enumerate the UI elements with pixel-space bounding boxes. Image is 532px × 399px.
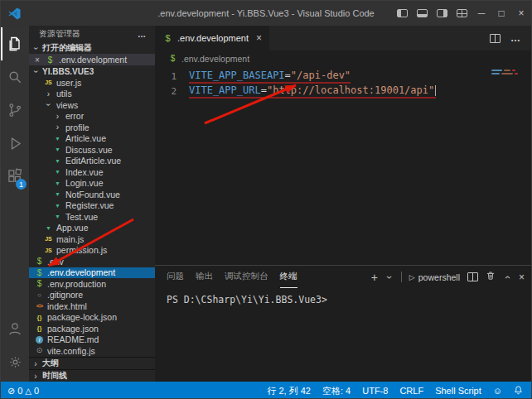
tree-item-index-vue[interactable]: ▼Index.vue [29,166,155,178]
chevron-right-icon: › [52,111,63,122]
git-file-icon: ○ [34,290,45,300]
timeline-section-header[interactable]: › 时间线 [29,369,155,382]
timeline-label: 时间线 [42,370,67,382]
tree-item-test-vue[interactable]: ▼Test.vue [29,211,155,223]
status-item-4[interactable]: 空格: 4 [322,385,351,397]
search-icon[interactable] [1,60,29,94]
tree-item-label: README.md [47,334,99,344]
status-item-crlf[interactable]: CRLF [399,386,423,396]
tree-item-label: Test.vue [65,212,98,222]
open-editor-item[interactable]: × $ .env.development [29,54,155,65]
run-debug-icon[interactable] [1,127,29,160]
tree-item-permission-js[interactable]: JSpermission.js [29,245,155,257]
tree-item-package-lock-json[interactable]: {}package-lock.json [29,312,155,324]
status-bar: ⊘ 0 △ 0 行 2, 列 42空格: 4UTF-8CRLFShell Scr… [1,382,531,399]
tree-item-login-vue[interactable]: ▼Login.vue [29,178,155,190]
close-panel-icon[interactable]: × [519,272,525,283]
panel-tab-[interactable]: 调试控制台 [225,266,268,288]
tree-item-env[interactable]: $.env [29,256,155,267]
extensions-icon[interactable]: 1 [1,160,29,193]
line-content: VITE_APP_BASEAPI="/api-dev" [189,70,351,84]
tree-item-env-development[interactable]: $.env.development [29,267,155,279]
source-control-icon[interactable] [1,94,29,127]
tree-item-notfound-vue[interactable]: ▼NotFound.vue [29,189,155,200]
tree-item-index-html[interactable]: <>index.html [29,300,155,312]
tree-item-error[interactable]: ›error [29,111,155,123]
close-button[interactable]: × [511,1,531,26]
tree-item-views[interactable]: ›views [29,99,155,111]
explorer-icon[interactable] [1,27,29,60]
tree-item-app-vue[interactable]: ▼App.vue [29,223,155,234]
activity-bar: 1 [1,26,29,382]
maximize-button[interactable]: □ [491,1,511,26]
open-editors-label: 打开的编辑器 [42,42,92,54]
toggle-sidebar-icon[interactable] [392,1,412,26]
project-root-header[interactable]: › YI.BBS.VUE3 [29,65,155,77]
tree-item-editarticle-vue[interactable]: ▼EditArticle.vue [29,156,155,167]
js-file-icon: JS [43,233,54,244]
bottom-panel: 问题输出调试控制台终端 + › ▷ powershell › [155,265,531,382]
close-icon[interactable]: × [35,55,41,65]
breadcrumb[interactable]: $ .env.development [155,50,531,66]
status-item-2-42[interactable]: 行 2, 列 42 [267,385,311,397]
new-terminal-icon[interactable]: + [371,271,378,284]
sidebar-title: 资源管理器 [39,28,80,40]
editor-area: $ .env.development × … $ .env.developmen… [155,26,531,382]
error-count: 0 [17,386,22,396]
problems-status[interactable]: ⊘ 0 △ 0 [7,386,39,397]
tree-item-label: Index.vue [65,167,104,177]
account-icon[interactable] [1,312,29,345]
tree-item-label: package.json [47,324,99,334]
open-editors-header[interactable]: › 打开的编辑器 [29,42,155,54]
terminal-output[interactable]: PS D:\CSharp\Yi\Yi.BBS.Vue3> [155,288,531,305]
tree-item-label: .env.development [47,267,115,277]
toggle-secondary-sidebar-icon[interactable] [432,1,452,26]
sidebar-more-actions-icon[interactable]: … [138,30,147,39]
tree-item-discuss-vue[interactable]: ▼Discuss.vue [29,144,155,156]
tree-item-env-production[interactable]: $.env.production [29,278,155,290]
feedback-smiley-icon[interactable]: ☺ [493,386,502,396]
tree-item-register-vue[interactable]: ▼Register.vue [29,200,155,212]
terminal-instance-powershell[interactable]: ▷ powershell [409,272,460,282]
settings-gear-icon[interactable] [1,345,29,378]
tree-item-gitignore[interactable]: ○.gitignore [29,290,155,301]
maximize-panel-icon[interactable]: › [501,273,513,281]
notifications-bell-icon[interactable] [514,385,523,397]
vue-file-icon: ▼ [52,144,63,155]
outline-section-header[interactable]: › 大纲 [29,357,155,369]
sidebar-bottom-sections: › 大纲 › 时间线 [29,357,155,382]
status-item-shell-script[interactable]: Shell Script [435,386,481,396]
code-editor[interactable]: 1VITE_APP_BASEAPI="/api-dev"2VITE_APP_UR… [155,66,531,265]
tree-item-user-js[interactable]: JSuser.js [29,77,155,89]
tab-close-icon[interactable]: × [256,32,262,44]
terminal-dropdown-icon[interactable]: › [384,273,395,281]
tree-item-package-json[interactable]: {}package.json [29,323,155,334]
vue-file-icon: ▼ [43,223,54,233]
panel-tab-[interactable]: 终端 [280,266,297,288]
panel-tab-[interactable]: 问题 [167,266,184,288]
editor-more-actions-icon[interactable]: … [510,32,521,44]
customize-layout-icon[interactable] [452,1,472,26]
open-editor-label: .env.development [59,55,127,65]
status-item-utf-8[interactable]: UTF-8 [362,386,388,396]
code-line-2[interactable]: 2VITE_APP_URL="http://localhost:19001/ap… [155,84,531,99]
vscode-logo-icon [8,7,21,20]
panel-tab-[interactable]: 输出 [196,266,213,288]
code-line-1[interactable]: 1VITE_APP_BASEAPI="/api-dev" [155,69,531,84]
minimize-button[interactable]: ─ [472,1,491,26]
split-editor-icon[interactable] [490,34,501,43]
line-content: VITE_APP_URL="http://localhost:19001/api… [189,84,436,99]
tab-env-development[interactable]: $ .env.development × [155,26,269,50]
tree-item-profile[interactable]: ›profile [29,122,155,133]
tree-item-utils[interactable]: ›utils [29,89,155,100]
config-file-icon: ⊙ [34,345,45,356]
tree-item-article-vue[interactable]: ▼Article.vue [29,133,155,145]
env-file-icon: $ [34,267,45,278]
json-file-icon: {} [34,323,45,334]
kill-terminal-icon[interactable] [486,271,496,283]
toggle-panel-icon[interactable] [412,1,432,26]
tree-item-vite-config-js[interactable]: ⊙vite.config.js [29,345,155,357]
tree-item-main-js[interactable]: JSmain.js [29,233,155,245]
tree-item-readme-md[interactable]: iREADME.md [29,334,155,346]
split-terminal-icon[interactable] [467,272,478,281]
